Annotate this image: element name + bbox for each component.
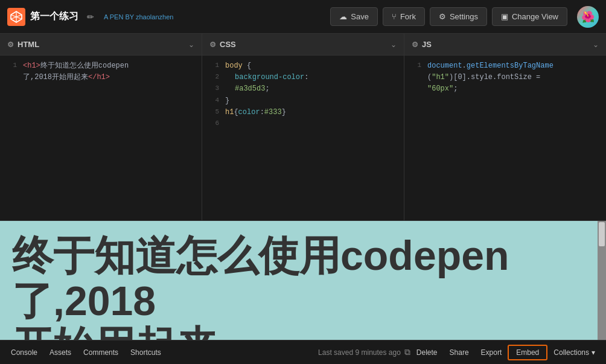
pen-title: 第一个练习 xyxy=(30,10,78,23)
css-panel-chevron[interactable]: ⌄ xyxy=(391,40,397,49)
html-gear-icon[interactable]: ⚙ xyxy=(7,40,14,49)
css-editor-body[interactable]: 1 body { 2 background-color: 3 #a3d5d3; … xyxy=(202,56,404,220)
preview-heading: 终于知道怎么使用codepen了,2018开始用起来 xyxy=(12,233,594,340)
bottombar: Console Assets Comments Shortcuts Last s… xyxy=(0,340,606,364)
preview-area: 终于知道怎么使用codepen了,2018开始用起来 xyxy=(0,221,606,340)
css-panel: ⚙ CSS ⌄ 1 body { 2 background-color: 3 xyxy=(202,34,404,220)
css-gear-icon[interactable]: ⚙ xyxy=(209,40,216,49)
html-line-1: 1 <h1>终于知道怎么使用codepen xyxy=(0,60,202,72)
header: 第一个练习 ✏ A PEN BY zhaolanzhen ☁ Save ⑂ Fo… xyxy=(0,0,606,34)
js-gear-icon[interactable]: ⚙ xyxy=(412,40,418,49)
open-icon: ⧉ xyxy=(404,347,410,357)
html-panel-chevron[interactable]: ⌄ xyxy=(188,40,194,49)
avatar[interactable]: 🌺 xyxy=(577,6,599,28)
logo-area: 第一个练习 ✏ A PEN BY zhaolanzhen xyxy=(7,8,330,26)
css-line-3: 3 #a3d5d3; xyxy=(202,83,404,95)
js-panel-chevron[interactable]: ⌄ xyxy=(593,40,599,49)
header-actions: ☁ Save ⑂ Fork ⚙ Settings ▣ Change View 🌺 xyxy=(330,6,599,28)
export-button[interactable]: Export xyxy=(475,345,508,360)
fork-icon: ⑂ xyxy=(392,12,397,21)
edit-icon: ✏ xyxy=(87,12,94,22)
js-panel-title: ⚙ JS xyxy=(412,40,432,49)
codepen-logo xyxy=(7,8,25,26)
html-panel-title: ⚙ HTML xyxy=(7,40,39,49)
js-editor-body[interactable]: 1 document.getElementsByTagName ("h1")[0… xyxy=(404,56,606,220)
embed-button[interactable]: Embed xyxy=(508,345,547,360)
fork-button[interactable]: ⑂ Fork xyxy=(383,7,425,26)
save-button[interactable]: ☁ Save xyxy=(330,7,378,26)
pen-author: A PEN BY zhaolanzhen xyxy=(104,13,173,21)
last-saved: Last saved 9 minutes ago ⧉ xyxy=(318,347,410,357)
css-panel-header: ⚙ CSS ⌄ xyxy=(202,34,404,56)
html-editor-body[interactable]: 1 <h1>终于知道怎么使用codepen 了,2018开始用起来</h1> xyxy=(0,56,202,220)
editors-area: ⚙ HTML ⌄ 1 <h1>终于知道怎么使用codepen 了,2018开始用… xyxy=(0,34,606,221)
js-line-2: ("h1")[0].style.fontSize = xyxy=(404,72,606,83)
js-panel: ⚙ JS ⌄ 1 document.getElementsByTagName (… xyxy=(404,34,606,220)
js-panel-header: ⚙ JS ⌄ xyxy=(404,34,606,56)
view-icon: ▣ xyxy=(501,12,508,21)
preview-scrollbar[interactable] xyxy=(598,221,606,340)
delete-button[interactable]: Delete xyxy=(410,345,444,360)
settings-button[interactable]: ⚙ Settings xyxy=(430,7,487,26)
preview-content: 终于知道怎么使用codepen了,2018开始用起来 xyxy=(0,221,606,340)
html-line-2: 了,2018开始用起来</h1> xyxy=(0,72,202,83)
css-line-2: 2 background-color: xyxy=(202,72,404,83)
gear-icon: ⚙ xyxy=(439,12,446,21)
css-line-5: 5 h1{color:#333} xyxy=(202,107,404,118)
comments-button[interactable]: Comments xyxy=(77,345,124,360)
css-line-4: 4 } xyxy=(202,95,404,107)
html-panel: ⚙ HTML ⌄ 1 <h1>终于知道怎么使用codepen 了,2018开始用… xyxy=(0,34,202,220)
shortcuts-button[interactable]: Shortcuts xyxy=(124,345,167,360)
cloud-icon: ☁ xyxy=(339,12,347,21)
assets-button[interactable]: Assets xyxy=(43,345,77,360)
css-line-1: 1 body { xyxy=(202,60,404,72)
css-panel-title: ⚙ CSS xyxy=(209,40,236,49)
scroll-thumb[interactable] xyxy=(599,222,605,246)
html-panel-header: ⚙ HTML ⌄ xyxy=(0,34,202,56)
console-button[interactable]: Console xyxy=(5,345,43,360)
svg-marker-2 xyxy=(16,14,22,19)
svg-marker-5 xyxy=(11,14,16,19)
share-button[interactable]: Share xyxy=(444,345,475,360)
js-line-3: "60px"; xyxy=(404,83,606,95)
js-line-1: 1 document.getElementsByTagName xyxy=(404,60,606,72)
collections-chevron-icon: ▾ xyxy=(592,348,595,357)
css-line-6: 6 xyxy=(202,118,404,130)
change-view-button[interactable]: ▣ Change View xyxy=(492,7,567,26)
collections-button[interactable]: Collections ▾ xyxy=(547,345,601,360)
